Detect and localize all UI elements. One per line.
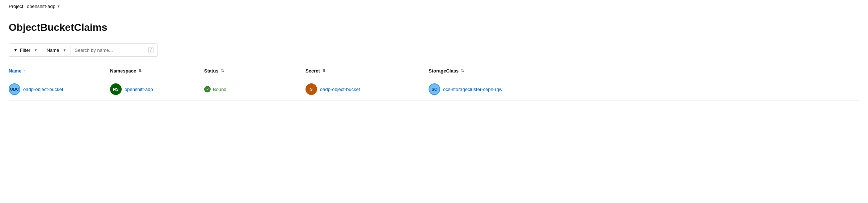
storageclass-link[interactable]: ocs-storagecluster-ceph-rgw xyxy=(443,87,502,92)
sort-updown-icon-namespace: ⇅ xyxy=(138,69,142,73)
ns-badge: NS xyxy=(110,83,122,95)
project-name: openshift-adp xyxy=(27,4,55,9)
namespace-link[interactable]: openshift-adp xyxy=(125,87,153,92)
search-wrapper: / xyxy=(71,44,157,57)
project-dropdown[interactable]: openshift-adp ▼ xyxy=(27,4,60,9)
col-header-status[interactable]: Status ⇅ xyxy=(204,67,306,75)
page-content: ObjectBucketClaims ▼ Filter ▼ Name ▼ / N… xyxy=(0,13,868,100)
filter-label: Filter xyxy=(20,47,30,53)
name-link[interactable]: oadp-object-bucket xyxy=(23,87,63,92)
chevron-down-icon: ▼ xyxy=(57,4,60,8)
sort-up-icon: ↑ xyxy=(24,69,26,73)
col-header-name[interactable]: Name ↑ xyxy=(9,67,110,75)
col-header-secret[interactable]: Secret ⇅ xyxy=(306,67,429,75)
col-sc-label: StorageClass xyxy=(429,68,459,74)
name-label: Name xyxy=(47,47,59,53)
col-header-namespace[interactable]: Namespace ⇅ xyxy=(110,67,204,75)
search-input[interactable] xyxy=(75,47,147,53)
table-row: OBC oadp-object-bucket NS openshift-adp … xyxy=(9,78,859,100)
project-label: Project: xyxy=(9,4,25,9)
name-dropdown[interactable]: Name ▼ xyxy=(42,44,71,57)
search-shortcut: / xyxy=(148,47,153,53)
status-text: Bound xyxy=(213,87,227,92)
secret-link[interactable]: oadp-object-bucket xyxy=(320,87,360,92)
filter-bar: ▼ Filter ▼ Name ▼ / xyxy=(9,44,859,57)
sort-updown-icon-secret: ⇅ xyxy=(322,69,325,73)
s-badge: S xyxy=(306,83,317,95)
status-bound: ✓ Bound xyxy=(204,86,227,92)
sort-updown-icon-status: ⇅ xyxy=(221,69,224,73)
col-status-label: Status xyxy=(204,68,219,74)
col-namespace-label: Namespace xyxy=(110,68,136,74)
cell-secret: S oadp-object-bucket xyxy=(306,83,429,95)
name-chevron-icon: ▼ xyxy=(63,48,66,52)
sort-updown-icon-sc: ⇅ xyxy=(461,69,464,73)
sc-badge: SC xyxy=(429,83,440,95)
table-container: Name ↑ Namespace ⇅ Status ⇅ Secret ⇅ Sto… xyxy=(9,64,859,100)
filter-chevron-icon: ▼ xyxy=(34,48,38,52)
cell-name: OBC oadp-object-bucket xyxy=(9,83,110,95)
col-name-label: Name xyxy=(9,68,21,74)
page-title: ObjectBucketClaims xyxy=(9,22,859,33)
cell-namespace: NS openshift-adp xyxy=(110,83,204,95)
table-header: Name ↑ Namespace ⇅ Status ⇅ Secret ⇅ Sto… xyxy=(9,64,859,78)
col-secret-label: Secret xyxy=(306,68,320,74)
top-bar: Project: openshift-adp ▼ xyxy=(0,0,868,13)
cell-storageclass: SC ocs-storagecluster-ceph-rgw xyxy=(429,83,859,95)
col-header-storageclass[interactable]: StorageClass ⇅ xyxy=(429,67,859,75)
cell-status: ✓ Bound xyxy=(204,86,306,92)
check-icon: ✓ xyxy=(204,86,211,92)
filter-icon: ▼ xyxy=(13,47,18,53)
filter-button[interactable]: ▼ Filter ▼ xyxy=(9,44,42,57)
obc-badge: OBC xyxy=(9,83,20,95)
